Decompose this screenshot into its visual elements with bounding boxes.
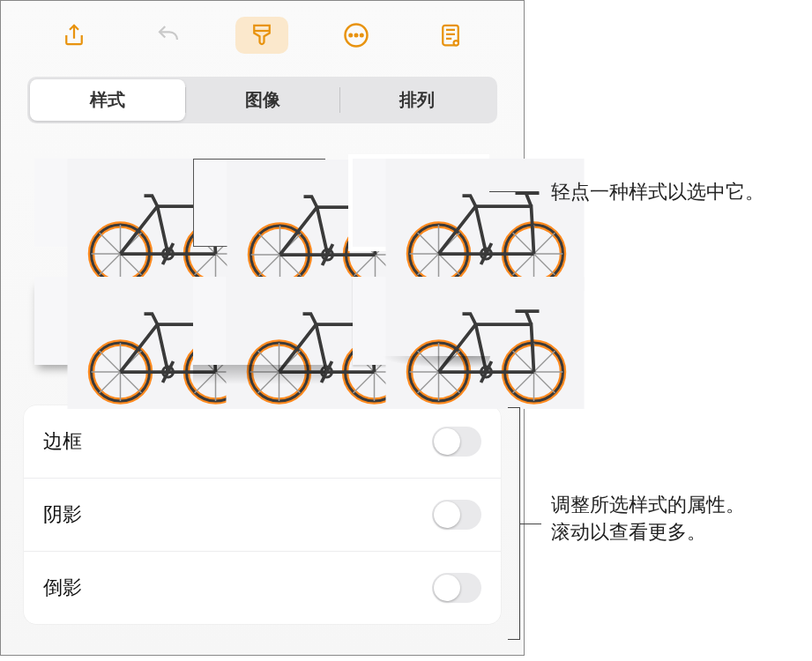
style-thumb-curl[interactable] <box>353 277 485 365</box>
svg-point-3 <box>361 34 363 37</box>
callout-adjust-line1: 调整所选样式的属性。 <box>551 492 807 519</box>
callout-adjust-line2: 滚动以查看更多。 <box>551 519 807 546</box>
style-thumb-reflection[interactable] <box>193 277 325 365</box>
callout-adjust-props: 调整所选样式的属性。 滚动以查看更多。 <box>551 492 807 546</box>
callout-tap-style: 轻点一种样式以选中它。 <box>551 179 789 206</box>
style-thumb-white-frame[interactable] <box>353 159 485 247</box>
style-thumb-bordered[interactable] <box>193 159 325 247</box>
tab-style[interactable]: 样式 <box>30 79 185 121</box>
more-button[interactable] <box>330 17 383 54</box>
segmented-control: 样式 图像 排列 <box>1 64 524 132</box>
document-icon <box>437 22 464 48</box>
undo-button[interactable] <box>142 17 195 54</box>
toolbar <box>1 1 524 64</box>
option-shadow-toggle[interactable] <box>432 500 481 530</box>
more-icon <box>343 22 369 48</box>
share-icon <box>61 22 87 48</box>
option-reflection-label: 倒影 <box>43 575 82 601</box>
style-thumb-shadow[interactable] <box>34 277 167 365</box>
option-shadow-label: 阴影 <box>43 501 82 528</box>
share-button[interactable] <box>48 17 101 54</box>
option-border-toggle[interactable] <box>432 427 481 457</box>
svg-point-1 <box>350 34 353 37</box>
option-border-row[interactable]: 边框 <box>24 405 501 478</box>
style-options-list: 边框 阴影 倒影 <box>24 405 501 624</box>
undo-icon <box>155 22 182 48</box>
option-reflection-toggle[interactable] <box>432 573 481 603</box>
format-brush-button[interactable] <box>235 17 288 54</box>
brush-icon <box>249 22 275 48</box>
option-reflection-row[interactable]: 倒影 <box>24 551 501 624</box>
callout-bracket <box>508 407 520 640</box>
tab-arrange[interactable]: 排列 <box>339 79 495 121</box>
svg-point-6 <box>454 41 457 44</box>
option-shadow-row[interactable]: 阴影 <box>24 478 501 551</box>
document-view-button[interactable] <box>424 17 477 54</box>
svg-point-2 <box>355 34 358 37</box>
option-border-label: 边框 <box>43 428 82 455</box>
style-thumbnails <box>1 132 524 382</box>
callout-tap-style-text: 轻点一种样式以选中它。 <box>551 181 764 203</box>
tab-image[interactable]: 图像 <box>185 79 340 121</box>
format-panel: 样式 图像 排列 <box>0 0 525 656</box>
style-thumb-plain[interactable] <box>34 159 167 247</box>
